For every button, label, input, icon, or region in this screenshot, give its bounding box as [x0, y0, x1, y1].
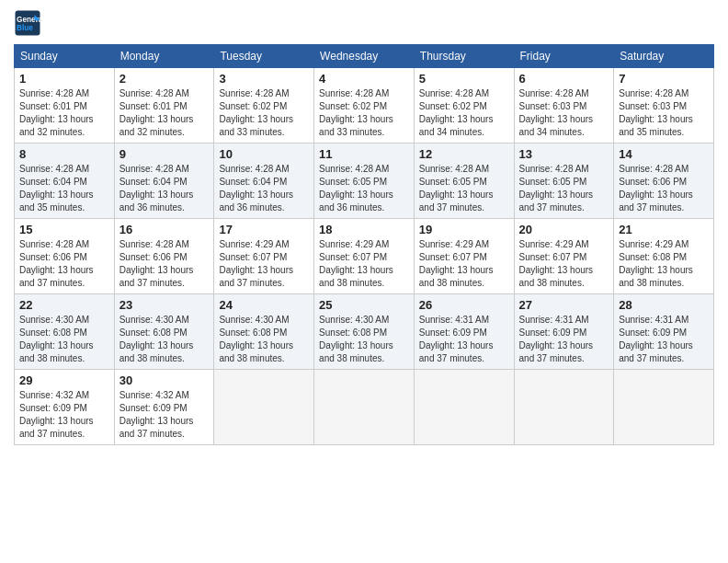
day-info: Sunrise: 4:32 AM Sunset: 6:09 PM Dayligh…	[119, 389, 210, 441]
day-cell: 7Sunrise: 4:28 AM Sunset: 6:03 PM Daylig…	[614, 68, 714, 144]
day-cell: 26Sunrise: 4:31 AM Sunset: 6:09 PM Dayli…	[414, 294, 514, 370]
day-cell: 29Sunrise: 4:32 AM Sunset: 6:09 PM Dayli…	[15, 370, 115, 445]
day-number: 10	[219, 147, 309, 161]
day-cell	[214, 370, 314, 445]
day-number: 3	[219, 72, 309, 86]
day-info: Sunrise: 4:28 AM Sunset: 6:03 PM Dayligh…	[619, 87, 709, 139]
day-cell: 21Sunrise: 4:29 AM Sunset: 6:08 PM Dayli…	[614, 219, 714, 294]
day-info: Sunrise: 4:28 AM Sunset: 6:06 PM Dayligh…	[19, 238, 109, 290]
day-info: Sunrise: 4:28 AM Sunset: 6:05 PM Dayligh…	[319, 163, 409, 214]
day-number: 13	[519, 147, 609, 161]
day-info: Sunrise: 4:28 AM Sunset: 6:06 PM Dayligh…	[619, 163, 709, 214]
day-info: Sunrise: 4:31 AM Sunset: 6:09 PM Dayligh…	[519, 314, 609, 365]
day-number: 25	[319, 298, 409, 312]
day-info: Sunrise: 4:30 AM Sunset: 6:08 PM Dayligh…	[219, 314, 309, 365]
day-number: 28	[619, 298, 709, 312]
day-cell: 3Sunrise: 4:28 AM Sunset: 6:02 PM Daylig…	[214, 68, 314, 144]
weekday-header-row: SundayMondayTuesdayWednesdayThursdayFrid…	[15, 45, 714, 68]
day-info: Sunrise: 4:28 AM Sunset: 6:04 PM Dayligh…	[219, 163, 309, 214]
day-cell: 11Sunrise: 4:28 AM Sunset: 6:05 PM Dayli…	[314, 144, 415, 219]
day-cell	[514, 370, 614, 445]
week-row-2: 8Sunrise: 4:28 AM Sunset: 6:04 PM Daylig…	[15, 144, 714, 219]
day-cell: 5Sunrise: 4:28 AM Sunset: 6:02 PM Daylig…	[414, 68, 514, 144]
day-cell: 10Sunrise: 4:28 AM Sunset: 6:04 PM Dayli…	[214, 144, 314, 219]
day-info: Sunrise: 4:31 AM Sunset: 6:09 PM Dayligh…	[419, 314, 509, 365]
day-info: Sunrise: 4:28 AM Sunset: 6:01 PM Dayligh…	[19, 87, 109, 139]
day-number: 23	[119, 298, 210, 312]
day-number: 15	[19, 223, 109, 236]
calendar: SundayMondayTuesdayWednesdayThursdayFrid…	[14, 44, 714, 445]
week-row-4: 22Sunrise: 4:30 AM Sunset: 6:08 PM Dayli…	[15, 294, 714, 370]
day-info: Sunrise: 4:30 AM Sunset: 6:08 PM Dayligh…	[119, 314, 210, 365]
day-cell: 13Sunrise: 4:28 AM Sunset: 6:05 PM Dayli…	[514, 144, 614, 219]
day-cell: 27Sunrise: 4:31 AM Sunset: 6:09 PM Dayli…	[514, 294, 614, 370]
day-number: 24	[219, 298, 309, 312]
day-number: 19	[419, 223, 509, 236]
weekday-sunday: Sunday	[15, 45, 115, 68]
day-cell: 16Sunrise: 4:28 AM Sunset: 6:06 PM Dayli…	[114, 219, 214, 294]
day-cell: 25Sunrise: 4:30 AM Sunset: 6:08 PM Dayli…	[314, 294, 415, 370]
day-info: Sunrise: 4:28 AM Sunset: 6:02 PM Dayligh…	[319, 87, 409, 139]
day-number: 6	[519, 72, 609, 86]
weekday-thursday: Thursday	[414, 45, 514, 68]
header: General Blue	[14, 9, 714, 37]
day-info: Sunrise: 4:29 AM Sunset: 6:07 PM Dayligh…	[519, 238, 609, 290]
day-info: Sunrise: 4:30 AM Sunset: 6:08 PM Dayligh…	[19, 314, 109, 365]
day-info: Sunrise: 4:29 AM Sunset: 6:07 PM Dayligh…	[319, 238, 409, 290]
weekday-monday: Monday	[114, 45, 214, 68]
day-cell: 30Sunrise: 4:32 AM Sunset: 6:09 PM Dayli…	[114, 370, 214, 445]
weekday-wednesday: Wednesday	[314, 45, 415, 68]
day-cell: 8Sunrise: 4:28 AM Sunset: 6:04 PM Daylig…	[15, 144, 115, 219]
day-cell: 19Sunrise: 4:29 AM Sunset: 6:07 PM Dayli…	[414, 219, 514, 294]
day-cell: 22Sunrise: 4:30 AM Sunset: 6:08 PM Dayli…	[15, 294, 115, 370]
day-info: Sunrise: 4:29 AM Sunset: 6:07 PM Dayligh…	[419, 238, 509, 290]
day-number: 16	[119, 223, 210, 236]
day-info: Sunrise: 4:32 AM Sunset: 6:09 PM Dayligh…	[19, 389, 109, 441]
day-number: 1	[19, 72, 109, 86]
weekday-tuesday: Tuesday	[214, 45, 314, 68]
day-number: 27	[519, 298, 609, 312]
day-cell: 9Sunrise: 4:28 AM Sunset: 6:04 PM Daylig…	[114, 144, 214, 219]
day-number: 22	[19, 298, 109, 312]
day-number: 8	[19, 147, 109, 161]
day-cell	[314, 370, 415, 445]
day-cell: 15Sunrise: 4:28 AM Sunset: 6:06 PM Dayli…	[15, 219, 115, 294]
day-number: 20	[519, 223, 609, 236]
day-cell: 12Sunrise: 4:28 AM Sunset: 6:05 PM Dayli…	[414, 144, 514, 219]
day-number: 11	[319, 147, 409, 161]
day-info: Sunrise: 4:29 AM Sunset: 6:08 PM Dayligh…	[619, 238, 709, 290]
day-cell: 24Sunrise: 4:30 AM Sunset: 6:08 PM Dayli…	[214, 294, 314, 370]
day-info: Sunrise: 4:28 AM Sunset: 6:03 PM Dayligh…	[519, 87, 609, 139]
day-cell: 17Sunrise: 4:29 AM Sunset: 6:07 PM Dayli…	[214, 219, 314, 294]
week-row-5: 29Sunrise: 4:32 AM Sunset: 6:09 PM Dayli…	[15, 370, 714, 445]
day-number: 21	[619, 223, 709, 236]
day-cell: 1Sunrise: 4:28 AM Sunset: 6:01 PM Daylig…	[15, 68, 115, 144]
logo-icon: General Blue	[14, 9, 41, 37]
day-number: 5	[419, 72, 509, 86]
day-cell: 20Sunrise: 4:29 AM Sunset: 6:07 PM Dayli…	[514, 219, 614, 294]
weekday-friday: Friday	[514, 45, 614, 68]
day-number: 29	[19, 373, 109, 387]
day-number: 26	[419, 298, 509, 312]
day-info: Sunrise: 4:28 AM Sunset: 6:04 PM Dayligh…	[119, 163, 210, 214]
day-number: 2	[119, 72, 210, 86]
day-cell: 2Sunrise: 4:28 AM Sunset: 6:01 PM Daylig…	[114, 68, 214, 144]
day-number: 12	[419, 147, 509, 161]
day-cell: 18Sunrise: 4:29 AM Sunset: 6:07 PM Dayli…	[314, 219, 415, 294]
day-number: 4	[319, 72, 409, 86]
day-number: 14	[619, 147, 709, 161]
day-cell: 6Sunrise: 4:28 AM Sunset: 6:03 PM Daylig…	[514, 68, 614, 144]
day-cell: 23Sunrise: 4:30 AM Sunset: 6:08 PM Dayli…	[114, 294, 214, 370]
day-info: Sunrise: 4:28 AM Sunset: 6:04 PM Dayligh…	[19, 163, 109, 214]
day-info: Sunrise: 4:28 AM Sunset: 6:05 PM Dayligh…	[519, 163, 609, 214]
day-number: 17	[219, 223, 309, 236]
day-info: Sunrise: 4:31 AM Sunset: 6:09 PM Dayligh…	[619, 314, 709, 365]
logo: General Blue	[14, 9, 45, 37]
day-info: Sunrise: 4:29 AM Sunset: 6:07 PM Dayligh…	[219, 238, 309, 290]
day-cell: 28Sunrise: 4:31 AM Sunset: 6:09 PM Dayli…	[614, 294, 714, 370]
day-info: Sunrise: 4:28 AM Sunset: 6:01 PM Dayligh…	[119, 87, 210, 139]
day-number: 7	[619, 72, 709, 86]
week-row-3: 15Sunrise: 4:28 AM Sunset: 6:06 PM Dayli…	[15, 219, 714, 294]
day-cell: 14Sunrise: 4:28 AM Sunset: 6:06 PM Dayli…	[614, 144, 714, 219]
day-info: Sunrise: 4:28 AM Sunset: 6:06 PM Dayligh…	[119, 238, 210, 290]
